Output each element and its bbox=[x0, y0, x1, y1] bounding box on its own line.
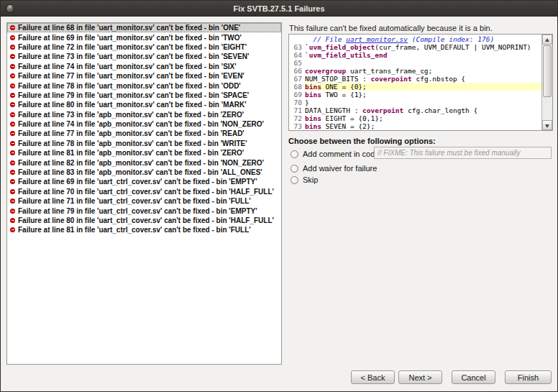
code-line: 65 bbox=[289, 59, 541, 67]
failure-list-item[interactable]: Failure at line 73 in file 'apb_monitor.… bbox=[7, 110, 281, 119]
back-button[interactable]: < Back bbox=[351, 370, 395, 384]
failure-text: Failure at line 77 in file 'apb_monitor.… bbox=[18, 129, 244, 137]
option-add-waiver-label: Add waiver for failure bbox=[303, 164, 377, 173]
failure-text: Failure at line 81 in file 'apb_monitor.… bbox=[18, 149, 244, 157]
code-lines: // File uart_monitor.sv (Compile index: … bbox=[289, 35, 541, 130]
code-line: // File uart_monitor.sv (Compile index: … bbox=[289, 35, 541, 43]
code-line: 66covergroup uart_trans_frame_cg; bbox=[289, 67, 541, 75]
error-icon bbox=[10, 179, 15, 184]
option-add-comment-label: Add comment in code bbox=[303, 150, 379, 158]
radio-add-comment[interactable] bbox=[291, 150, 298, 158]
line-number: 63 bbox=[289, 43, 305, 51]
failure-text: Failure at line 68 in file 'uart_monitor… bbox=[18, 24, 240, 32]
failure-text: Failure at line 74 in file 'apb_monitor.… bbox=[18, 120, 264, 128]
failure-list-item[interactable]: Failure at line 74 in file 'apb_monitor.… bbox=[7, 119, 281, 129]
code-line: 67NUM_STOP_BITS : coverpoint cfg.nbstop … bbox=[289, 75, 541, 83]
next-button[interactable]: Next > bbox=[398, 370, 442, 384]
radio-add-waiver[interactable] bbox=[291, 165, 298, 173]
failure-list-item[interactable]: Failure at line 70 in file 'uart_ctrl_co… bbox=[7, 187, 281, 196]
failure-text: Failure at line 71 in file 'uart_ctrl_co… bbox=[18, 197, 251, 205]
failure-list-item[interactable]: Failure at line 69 in file 'uart_monitor… bbox=[7, 32, 281, 42]
failure-list-item[interactable]: Failure at line 77 in file 'uart_monitor… bbox=[7, 71, 281, 81]
fixme-comment-input bbox=[374, 147, 552, 159]
line-number: 67 bbox=[289, 75, 305, 83]
failure-text: Failure at line 78 in file 'apb_monitor.… bbox=[18, 140, 247, 147]
failure-list[interactable]: Failure at line 68 in file 'uart_monitor… bbox=[6, 22, 282, 365]
line-number: 68 bbox=[289, 83, 305, 91]
failure-text: Failure at line 74 in file 'uart_monitor… bbox=[18, 63, 237, 70]
fix-failures-dialog: Fix SVTB.27.5.1 Failures Failure at line… bbox=[0, 0, 558, 392]
failure-text: Failure at line 73 in file 'apb_monitor.… bbox=[18, 111, 244, 119]
failure-list-item[interactable]: Failure at line 73 in file 'uart_monitor… bbox=[7, 52, 281, 61]
line-number: 65 bbox=[289, 59, 305, 67]
code-vertical-scrollbar[interactable] bbox=[541, 35, 552, 130]
scrollbar-thumb[interactable] bbox=[543, 45, 552, 97]
failure-text: Failure at line 80 in file 'uart_monitor… bbox=[18, 101, 247, 109]
failure-list-item[interactable]: Failure at line 80 in file 'uart_monitor… bbox=[7, 100, 281, 109]
option-skip-label: Skip bbox=[303, 176, 318, 184]
cancel-button[interactable]: Cancel bbox=[452, 370, 495, 384]
option-add-comment[interactable]: Add comment in code bbox=[291, 149, 379, 159]
failure-list-item[interactable]: Failure at line 72 in file 'uart_monitor… bbox=[7, 42, 281, 52]
error-icon bbox=[10, 218, 15, 223]
error-icon bbox=[10, 150, 15, 155]
failure-list-item[interactable]: Failure at line 69 in file 'uart_ctrl_co… bbox=[7, 177, 281, 186]
error-icon bbox=[10, 102, 15, 107]
error-icon bbox=[10, 189, 15, 194]
error-icon bbox=[10, 209, 15, 214]
failure-text: Failure at line 79 in file 'uart_monitor… bbox=[18, 91, 249, 99]
code-line: 72bins EIGHT = {0,1}; bbox=[289, 114, 541, 122]
failure-list-item[interactable]: Failure at line 79 in file 'uart_monitor… bbox=[7, 91, 281, 100]
options-label: Choose between the following options: bbox=[288, 137, 436, 145]
failure-text: Failure at line 80 in file 'uart_ctrl_co… bbox=[18, 216, 274, 224]
failure-list-item[interactable]: Failure at line 78 in file 'apb_monitor.… bbox=[7, 139, 281, 148]
code-line: 69bins TWO = {1}; bbox=[289, 91, 541, 99]
failure-message: This failure can't be fixed automaticall… bbox=[289, 24, 493, 32]
line-number: 70 bbox=[289, 99, 305, 106]
failure-list-item[interactable]: Failure at line 82 in file 'apb_monitor.… bbox=[7, 158, 281, 167]
file-link[interactable]: uart_monitor.sv bbox=[346, 35, 408, 43]
title-bar: Fix SVTB.27.5.1 Failures bbox=[1, 1, 557, 17]
failure-list-item[interactable]: Failure at line 81 in file 'uart_ctrl_co… bbox=[7, 225, 281, 234]
code-line: 71DATA_LENGTH : coverpoint cfg.char_leng… bbox=[289, 106, 541, 114]
failure-text: Failure at line 69 in file 'uart_monitor… bbox=[18, 34, 242, 42]
scroll-up-icon[interactable] bbox=[542, 35, 552, 45]
radio-skip[interactable] bbox=[291, 176, 298, 184]
code-viewer: // File uart_monitor.sv (Compile index: … bbox=[288, 34, 553, 131]
code-line: 73bins SEVEN = {2}; bbox=[289, 122, 541, 130]
failure-list-item[interactable]: Failure at line 71 in file 'uart_ctrl_co… bbox=[7, 196, 281, 206]
failure-list-item[interactable]: Failure at line 83 in file 'apb_monitor.… bbox=[7, 168, 281, 177]
error-icon bbox=[10, 45, 15, 50]
error-icon bbox=[10, 199, 15, 204]
code-line: 63`uvm_field_object(cur_frame, UVM_DEFAU… bbox=[289, 43, 541, 51]
line-number: 73 bbox=[289, 122, 305, 130]
failure-list-item[interactable]: Failure at line 78 in file 'uart_monitor… bbox=[7, 81, 281, 90]
failure-list-item[interactable]: Failure at line 77 in file 'apb_monitor.… bbox=[7, 129, 281, 138]
line-number: 71 bbox=[289, 106, 305, 114]
failure-list-item[interactable]: Failure at line 80 in file 'uart_ctrl_co… bbox=[7, 216, 281, 225]
scroll-down-icon[interactable] bbox=[542, 120, 552, 130]
option-skip[interactable]: Skip bbox=[291, 175, 318, 185]
error-icon bbox=[10, 64, 15, 69]
error-icon bbox=[10, 25, 15, 30]
line-number: 69 bbox=[289, 91, 305, 99]
error-icon bbox=[10, 112, 15, 117]
window-title: Fix SVTB.27.5.1 Failures bbox=[1, 1, 557, 17]
finish-button[interactable]: Finish bbox=[505, 370, 552, 384]
error-icon bbox=[10, 93, 15, 98]
failure-list-item[interactable]: Failure at line 68 in file 'uart_monitor… bbox=[7, 23, 281, 32]
failure-list-item[interactable]: Failure at line 79 in file 'uart_ctrl_co… bbox=[7, 206, 281, 215]
line-number: 72 bbox=[289, 114, 305, 122]
code-line: 70} bbox=[289, 99, 541, 106]
code-line: 68bins ONE = {0}; bbox=[289, 83, 541, 91]
line-number: 66 bbox=[289, 67, 305, 75]
error-icon bbox=[10, 83, 15, 88]
failure-text: Failure at line 79 in file 'uart_ctrl_co… bbox=[18, 207, 257, 215]
option-add-waiver[interactable]: Add waiver for failure bbox=[291, 163, 377, 173]
failure-list-item[interactable]: Failure at line 81 in file 'apb_monitor.… bbox=[7, 148, 281, 158]
failure-text: Failure at line 69 in file 'uart_ctrl_co… bbox=[18, 178, 257, 186]
failure-text: Failure at line 70 in file 'uart_ctrl_co… bbox=[18, 188, 274, 196]
failure-text: Failure at line 81 in file 'uart_ctrl_co… bbox=[18, 226, 251, 234]
failure-text: Failure at line 78 in file 'uart_monitor… bbox=[18, 82, 241, 90]
failure-list-item[interactable]: Failure at line 74 in file 'uart_monitor… bbox=[7, 62, 281, 71]
